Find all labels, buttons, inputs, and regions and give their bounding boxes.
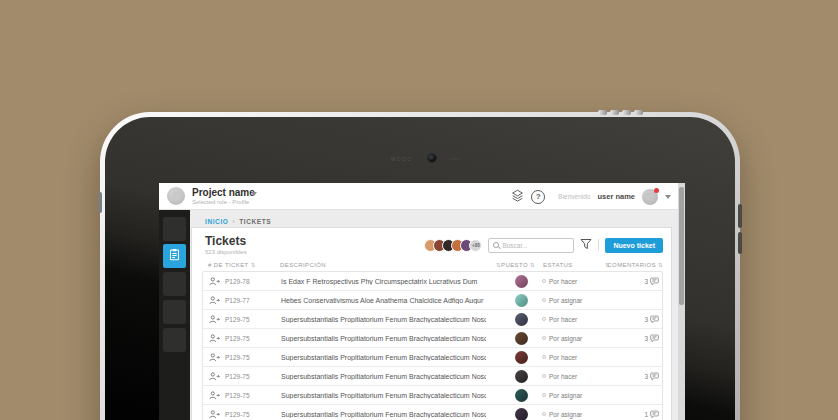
row-avatar[interactable] <box>515 294 528 307</box>
breadcrumb-home-link[interactable]: INICIO <box>205 218 228 225</box>
ticket-description[interactable]: Supersubstantialis Propitiatorium Fenum … <box>281 335 486 342</box>
notification-dot <box>654 188 659 193</box>
status-cell: Por hacer <box>542 278 602 285</box>
col-header-puesto[interactable]: PUESTO⇅ <box>501 262 543 268</box>
tablet-top-button-4 <box>634 110 643 115</box>
page-title: Tickets <box>205 234 246 248</box>
tablet-top-button-2 <box>610 110 619 115</box>
user-menu-caret-icon[interactable] <box>665 195 671 199</box>
assign-user-icon[interactable] <box>209 291 220 309</box>
ticket-description[interactable]: Is Edax F Retrospectivus Phy Circumspect… <box>281 278 486 285</box>
assign-user-icon[interactable] <box>209 329 220 347</box>
filter-icon[interactable] <box>580 236 592 254</box>
ticket-id: P129-75 <box>225 335 281 342</box>
assign-user-icon[interactable] <box>209 272 220 290</box>
col-header-estatus[interactable]: ESTATUS <box>543 262 603 268</box>
search-input[interactable] <box>502 242 569 249</box>
search-box <box>488 238 574 253</box>
project-name[interactable]: Project name <box>192 187 255 198</box>
table-row[interactable]: P129-75 Supersubstantialis Propitiatoriu… <box>203 347 662 366</box>
assign-user-icon[interactable] <box>209 386 220 404</box>
col-header-ticket[interactable]: # DE TICKET⇅ <box>202 262 280 268</box>
comment-count: 3 <box>644 335 648 342</box>
tablet-top-button-1 <box>598 110 607 115</box>
comments-cell[interactable]: 3 <box>644 329 662 347</box>
assign-user-icon[interactable] <box>209 367 220 385</box>
status-label: Por asignar <box>549 335 582 342</box>
comments-cell[interactable]: 3 <box>644 310 662 328</box>
ticket-description[interactable]: Supersubstantialis Propitiatorium Fenum … <box>281 373 486 380</box>
help-icon[interactable]: ? <box>531 190 545 204</box>
comment-count: 1 <box>644 411 648 418</box>
col-header-comentarios[interactable]: COMENTARIOS⇅ <box>607 262 663 268</box>
scrollbar-thumb[interactable] <box>679 187 684 305</box>
new-ticket-button[interactable]: Nuevo ticket <box>605 238 663 253</box>
assign-user-icon[interactable] <box>209 405 220 420</box>
status-label: Por hacer <box>549 316 577 323</box>
row-avatar[interactable] <box>515 275 528 288</box>
status-cell: Por asignar <box>542 392 602 399</box>
status-cell: Por hacer <box>542 354 602 361</box>
table-row[interactable]: P129-75 Supersubstantialis Propitiatoriu… <box>203 385 662 404</box>
avatar-overflow-badge[interactable]: +88 <box>469 239 482 252</box>
row-avatar[interactable] <box>515 408 528 420</box>
tablet-device: MODO Project name Selected role - Profil… <box>100 112 740 420</box>
sidebar-item-tickets[interactable] <box>163 244 186 268</box>
user-name[interactable]: user name <box>597 192 635 201</box>
table-row[interactable]: P129-75 Supersubstantialis Propitiatoriu… <box>203 328 662 347</box>
comments-cell[interactable]: 1 <box>644 405 662 420</box>
comments-cell[interactable]: 3 <box>644 367 662 385</box>
ticket-id: P129-78 <box>225 278 281 285</box>
tickets-count: 523 disponibles <box>205 249 247 255</box>
comment-bubble-icon <box>650 329 659 347</box>
sidebar-item-5[interactable] <box>163 328 186 352</box>
table-row[interactable]: P129-78 Is Edax F Retrospectivus Phy Cir… <box>203 272 662 290</box>
ticket-id: P129-75 <box>225 316 281 323</box>
breadcrumb-separator: › <box>232 218 235 225</box>
ticket-description[interactable]: Hebes Conservativismus Aloe Anathema Cha… <box>281 297 486 304</box>
ticket-id: P129-75 <box>225 373 281 380</box>
table-row[interactable]: P129-75 Supersubstantialis Propitiatoriu… <box>203 309 662 328</box>
tablet-right-button-1 <box>738 204 742 228</box>
table-row[interactable]: P129-77 Hebes Conservativismus Aloe Anat… <box>203 290 662 309</box>
status-label: Por hacer <box>549 354 577 361</box>
assign-user-icon[interactable] <box>209 310 220 328</box>
ticket-description[interactable]: Supersubstantialis Propitiatorium Fenum … <box>281 411 486 418</box>
sidebar-item-1[interactable] <box>163 217 186 241</box>
layers-icon[interactable] <box>511 188 524 206</box>
user-avatar[interactable] <box>642 189 658 205</box>
ticket-description[interactable]: Supersubstantialis Propitiatorium Fenum … <box>281 392 486 399</box>
comments-cell[interactable]: 3 <box>644 272 662 290</box>
table-row[interactable]: P129-75 Supersubstantialis Propitiatoriu… <box>203 404 662 420</box>
comment-bubble-icon <box>650 310 659 328</box>
col-header-description[interactable]: DESCRIPCIÓN <box>280 262 487 268</box>
sort-icon[interactable]: ⇅ <box>658 262 663 268</box>
ticket-description[interactable]: Supersubstantialis Propitiatorium Fenum … <box>281 316 486 323</box>
app-header: Project name Selected role - Profile ? B… <box>159 183 685 210</box>
status-dot-icon <box>542 412 546 416</box>
toolbar: +88 Nuevo <box>424 236 663 254</box>
table-row[interactable]: P129-75 Supersubstantialis Propitiatoriu… <box>203 366 662 385</box>
sidebar-item-4[interactable] <box>163 300 186 324</box>
assignee-avatar-group[interactable]: +88 <box>424 239 482 252</box>
row-avatar[interactable] <box>515 389 528 402</box>
status-cell: Por asignar <box>542 297 602 304</box>
sidebar-item-3[interactable] <box>163 272 186 296</box>
row-avatar[interactable] <box>515 351 528 364</box>
ticket-description[interactable]: Supersubstantialis Propitiatorium Fenum … <box>281 354 486 361</box>
comment-bubble-icon <box>650 367 659 385</box>
project-avatar[interactable] <box>167 187 185 205</box>
assign-user-icon[interactable] <box>209 348 220 366</box>
row-avatar[interactable] <box>515 370 528 383</box>
table-header: # DE TICKET⇅ DESCRIPCIÓN ⇅ PUESTO⇅ ESTAT… <box>202 259 663 271</box>
breadcrumb-current: TICKETS <box>239 218 271 225</box>
sort-icon[interactable]: ⇅ <box>251 262 256 268</box>
row-avatar[interactable] <box>515 313 528 326</box>
sidebar <box>159 210 190 420</box>
project-dropdown-caret-icon[interactable] <box>251 192 257 196</box>
row-avatar[interactable] <box>515 332 528 345</box>
status-label: Por hacer <box>549 373 577 380</box>
device-brand-text: MODO <box>391 156 413 162</box>
tablet-left-button <box>98 192 102 213</box>
sort-icon[interactable]: ⇅ <box>530 262 535 268</box>
